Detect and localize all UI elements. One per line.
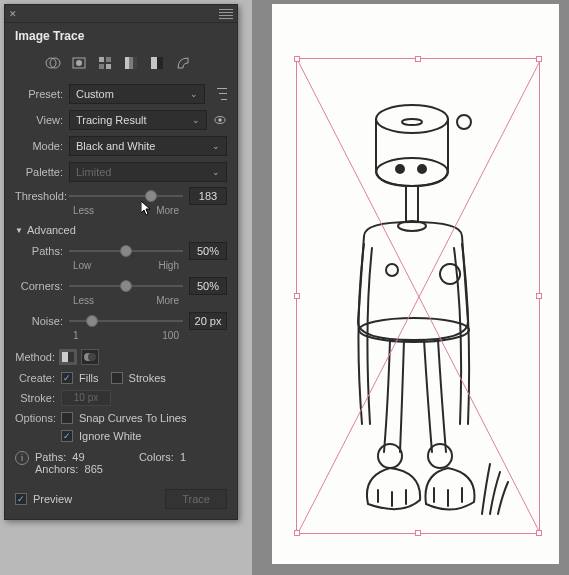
method-abutting-button[interactable] [59, 349, 77, 365]
ignore-white-checkbox[interactable] [61, 430, 73, 442]
options-label: Options: [15, 412, 55, 424]
svg-rect-4 [99, 57, 104, 62]
grayscale-icon[interactable] [123, 55, 139, 71]
svg-rect-11 [151, 57, 157, 69]
selection-handle[interactable] [294, 530, 300, 536]
threshold-value[interactable]: 183 [189, 187, 227, 205]
paths-slider[interactable] [69, 243, 183, 259]
palette-select: Limited⌄ [69, 162, 227, 182]
noise-value[interactable]: 20 px [189, 312, 227, 330]
panel-title: Image Trace [5, 23, 237, 51]
noise-label: Noise: [15, 315, 63, 327]
corners-value[interactable]: 50% [189, 277, 227, 295]
chevron-down-icon: ⌄ [192, 115, 200, 125]
snap-checkbox[interactable] [61, 412, 73, 424]
triangle-down-icon: ▼ [15, 226, 23, 235]
chevron-down-icon: ⌄ [212, 141, 220, 151]
palette-label: Palette: [15, 166, 63, 178]
view-select[interactable]: Tracing Result⌄ [69, 110, 207, 130]
preset-label: Preset: [15, 88, 63, 100]
threshold-label: Threshold: [15, 190, 63, 202]
selection-handle[interactable] [536, 530, 542, 536]
svg-rect-16 [68, 352, 74, 362]
svg-rect-9 [129, 57, 133, 69]
corners-slider[interactable] [69, 278, 183, 294]
artboard[interactable] [272, 4, 559, 564]
svg-rect-8 [125, 57, 129, 69]
chevron-down-icon: ⌄ [190, 89, 198, 99]
low-color-icon[interactable] [97, 55, 113, 71]
preset-icon-row [5, 51, 237, 81]
stats-row: i Paths: 49 Anchors: 865 Colors: 1 [5, 445, 237, 481]
svg-rect-6 [99, 64, 104, 69]
high-color-icon[interactable] [71, 55, 87, 71]
svg-point-18 [88, 353, 96, 361]
preset-options-icon[interactable] [211, 86, 227, 102]
paths-label: Paths: [15, 245, 63, 257]
view-label: View: [15, 114, 63, 126]
panel-titlebar[interactable]: ✕ [5, 5, 237, 23]
svg-rect-10 [133, 57, 137, 69]
selection-handle[interactable] [536, 56, 542, 62]
preview-checkbox[interactable] [15, 493, 27, 505]
selection-handle[interactable] [415, 56, 421, 62]
fills-checkbox[interactable] [61, 372, 73, 384]
svg-point-14 [218, 118, 222, 122]
corners-label: Corners: [15, 280, 63, 292]
eye-icon[interactable] [213, 113, 227, 127]
noise-slider[interactable] [69, 313, 183, 329]
method-overlapping-button[interactable] [81, 349, 99, 365]
strokes-checkbox[interactable] [111, 372, 123, 384]
selection-box[interactable] [296, 58, 540, 534]
trace-button: Trace [165, 489, 227, 509]
svg-rect-5 [106, 57, 111, 62]
advanced-toggle[interactable]: ▼ Advanced [5, 220, 237, 240]
stroke-input: 10 px [61, 390, 111, 406]
selection-handle[interactable] [294, 56, 300, 62]
close-icon[interactable]: ✕ [9, 9, 19, 19]
method-label: Method: [15, 351, 55, 363]
info-icon[interactable]: i [15, 451, 29, 465]
svg-rect-12 [157, 57, 163, 69]
auto-color-icon[interactable] [45, 55, 61, 71]
mode-select[interactable]: Black and White⌄ [69, 136, 227, 156]
svg-rect-7 [106, 64, 111, 69]
mode-label: Mode: [15, 140, 63, 152]
chevron-down-icon: ⌄ [212, 167, 220, 177]
bw-icon[interactable] [149, 55, 165, 71]
panel-menu-icon[interactable] [219, 9, 233, 19]
outline-icon[interactable] [175, 55, 191, 71]
selection-handle[interactable] [415, 530, 421, 536]
image-trace-panel: ✕ Image Trace Preset: Custom⌄ View: Trac… [4, 4, 238, 520]
selection-handle[interactable] [294, 293, 300, 299]
cursor-icon [141, 201, 153, 217]
svg-rect-15 [62, 352, 68, 362]
paths-value[interactable]: 50% [189, 242, 227, 260]
selection-handle[interactable] [536, 293, 542, 299]
create-label: Create: [15, 372, 55, 384]
svg-point-3 [76, 60, 82, 66]
canvas-area[interactable] [252, 0, 569, 575]
preset-select[interactable]: Custom⌄ [69, 84, 205, 104]
threshold-slider[interactable] [69, 188, 183, 204]
stroke-label: Stroke: [15, 392, 55, 404]
